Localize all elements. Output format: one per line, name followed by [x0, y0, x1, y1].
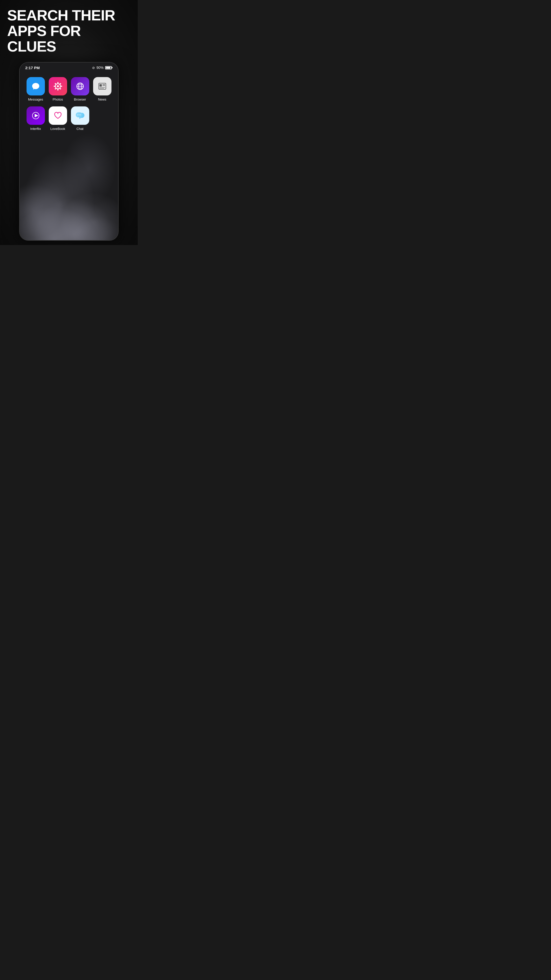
photos-icon — [49, 77, 67, 95]
phone-frame: 2:17 PM ⊘ 90% Messages — [19, 62, 119, 241]
messages-label: Messages — [28, 97, 43, 101]
status-right: ⊘ 90% — [92, 65, 113, 70]
app-news[interactable]: News — [92, 77, 112, 101]
svg-point-3 — [57, 89, 59, 90]
app-photos[interactable]: Photos — [48, 77, 68, 101]
status-bar: 2:17 PM ⊘ 90% — [20, 62, 118, 72]
apps-row1: Messages Photos — [20, 72, 118, 101]
app-interflix[interactable]: Interflix — [26, 107, 45, 130]
interflix-svg — [30, 110, 41, 121]
svg-rect-16 — [100, 84, 102, 86]
status-time: 2:17 PM — [25, 65, 40, 70]
lovebook-label: LoveBook — [51, 127, 65, 130]
headline: SEARCH THEIR APPS FOR CLUES — [7, 8, 130, 54]
svg-point-9 — [60, 83, 61, 84]
header-section: SEARCH THEIR APPS FOR CLUES — [0, 0, 138, 59]
chat-icon — [71, 107, 89, 125]
interflix-icon — [27, 107, 45, 125]
svg-point-24 — [79, 115, 79, 115]
headline-line2: APPS FOR CLUES — [7, 22, 81, 55]
svg-point-23 — [77, 115, 78, 115]
chat-label: Chat — [76, 127, 83, 130]
svg-point-1 — [57, 85, 59, 87]
battery-icon — [105, 66, 113, 69]
svg-point-2 — [57, 82, 59, 83]
browser-svg — [75, 81, 86, 92]
svg-point-25 — [80, 115, 81, 115]
battery-body — [105, 66, 112, 69]
photos-svg — [52, 81, 63, 92]
apps-row2: Interflix LoveBook Chat — [20, 101, 118, 130]
app-browser[interactable]: Browser — [70, 77, 90, 101]
svg-marker-22 — [35, 114, 38, 118]
headline-line1: SEARCH THEIR — [7, 7, 115, 24]
no-signal-icon: ⊘ — [92, 66, 95, 70]
battery-tip — [112, 67, 113, 68]
svg-point-5 — [61, 86, 62, 87]
svg-point-6 — [55, 83, 56, 84]
news-svg — [97, 81, 108, 92]
svg-point-4 — [54, 86, 55, 87]
lovebook-icon — [49, 107, 67, 125]
chat-svg — [75, 110, 86, 121]
battery-fill — [106, 67, 110, 68]
app-lovebook[interactable]: LoveBook — [48, 107, 68, 130]
battery-percentage: 90% — [97, 65, 103, 70]
interflix-label: Interflix — [30, 127, 41, 130]
photos-label: Photos — [52, 97, 63, 101]
svg-point-7 — [60, 88, 61, 89]
svg-point-8 — [55, 88, 56, 89]
browser-label: Browser — [74, 97, 86, 101]
news-label: News — [98, 97, 106, 101]
app-messages[interactable]: Messages — [26, 77, 45, 101]
news-icon — [93, 77, 111, 95]
app-chat[interactable]: Chat — [70, 107, 90, 130]
messages-svg — [30, 81, 41, 92]
browser-icon — [71, 77, 89, 95]
messages-icon — [27, 77, 45, 95]
lovebook-svg — [52, 110, 63, 121]
